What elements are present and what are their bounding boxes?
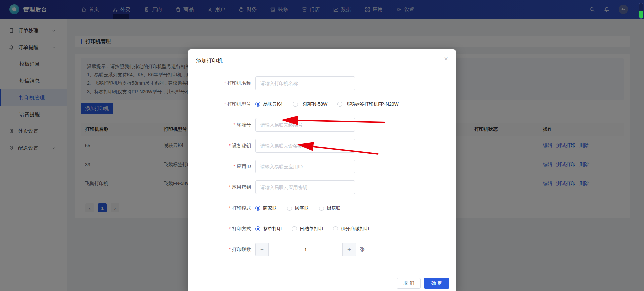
- radio-method-points-mall[interactable]: 积分商城打印: [333, 226, 369, 232]
- radio-model-feie-fn58w[interactable]: 飞鹅FN-58W: [293, 101, 327, 107]
- terminal-number-input[interactable]: [255, 118, 355, 132]
- required-mark: *: [224, 80, 226, 86]
- copies-value-input[interactable]: [269, 243, 342, 256]
- radio-icon: [337, 102, 342, 107]
- printer-name-input[interactable]: [255, 76, 355, 90]
- form-row-printer-name: *打印机名称: [188, 76, 456, 90]
- cancel-button[interactable]: 取 消: [397, 278, 421, 289]
- close-icon[interactable]: ×: [444, 55, 448, 62]
- field-label: 应用密钥: [232, 184, 251, 190]
- field-label: 打印模式: [232, 205, 251, 211]
- radio-mode-customer-copy[interactable]: 顾客联: [287, 205, 309, 211]
- form-row-terminal-number: *终端号: [188, 118, 456, 132]
- field-label: 打印联数: [232, 247, 251, 252]
- radio-method-whole-order[interactable]: 整单打印: [255, 226, 282, 232]
- required-mark: *: [229, 143, 231, 148]
- stepper-minus-button[interactable]: −: [256, 243, 269, 256]
- field-label: 设备秘钥: [232, 143, 251, 148]
- required-mark: *: [234, 164, 235, 169]
- radio-model-feie-label-fpn20w[interactable]: 飞鹅标签打印机FP-N20W: [337, 101, 398, 107]
- required-mark: *: [224, 101, 226, 107]
- radio-model-yilianyun-k4[interactable]: 易联云K4: [255, 101, 283, 107]
- device-secret-input[interactable]: [255, 139, 355, 153]
- required-mark: *: [229, 226, 231, 231]
- field-label: 打印机名称: [227, 80, 251, 86]
- add-printer-modal: 添加打印机 × *打印机名称 *打印机型号 易联云K4 飞鹅FN-58W 飞鹅标…: [188, 49, 456, 291]
- radio-mode-merchant-copy[interactable]: 商家联: [255, 205, 277, 211]
- form-row-app-key: *应用密钥: [188, 180, 456, 194]
- radio-icon: [333, 226, 338, 231]
- radio-selected-icon: [255, 102, 260, 107]
- radio-selected-icon: [255, 226, 260, 231]
- form-row-print-mode: *打印模式 商家联 顾客联 厨房联: [188, 201, 456, 215]
- form-row-printer-model: *打印机型号 易联云K4 飞鹅FN-58W 飞鹅标签打印机FP-N20W: [188, 97, 456, 111]
- app-key-input[interactable]: [255, 180, 355, 194]
- app-id-input[interactable]: [255, 160, 355, 173]
- field-label: 终端号: [237, 122, 251, 127]
- copies-unit-label: 张: [360, 247, 365, 253]
- radio-mode-kitchen-copy[interactable]: 厨房联: [319, 205, 341, 211]
- required-mark: *: [229, 205, 231, 211]
- radio-icon: [292, 226, 297, 231]
- modal-title: 添加打印机: [196, 57, 223, 64]
- required-mark: *: [234, 122, 235, 127]
- copies-stepper: − +: [255, 243, 356, 256]
- required-mark: *: [229, 184, 231, 190]
- browser-edge-widget[interactable]: [639, 3, 643, 19]
- confirm-button[interactable]: 确 定: [424, 278, 449, 289]
- form-row-device-secret: *设备秘钥: [188, 139, 456, 153]
- radio-icon: [319, 206, 324, 211]
- form-row-app-id: *应用ID: [188, 160, 456, 173]
- form-row-print-copies: *打印联数 − + 张: [188, 243, 456, 256]
- app-root: { "colors": { "accent": "#2b5ce0", "nav_…: [0, 0, 644, 291]
- radio-selected-icon: [255, 206, 260, 211]
- radio-method-daily-summary[interactable]: 日结单打印: [292, 226, 323, 232]
- radio-icon: [287, 206, 292, 211]
- radio-icon: [293, 102, 298, 107]
- form-row-print-method: *打印方式 整单打印 日结单打印 积分商城打印: [188, 222, 456, 236]
- required-mark: *: [229, 247, 231, 252]
- field-label: 打印机型号: [227, 101, 251, 107]
- field-label: 应用ID: [237, 164, 251, 169]
- field-label: 打印方式: [232, 226, 251, 231]
- stepper-plus-button[interactable]: +: [342, 243, 356, 256]
- modal-footer: 取 消 确 定: [397, 278, 449, 289]
- modal-body: *打印机名称 *打印机型号 易联云K4 飞鹅FN-58W 飞鹅标签打印机FP-N…: [188, 76, 456, 264]
